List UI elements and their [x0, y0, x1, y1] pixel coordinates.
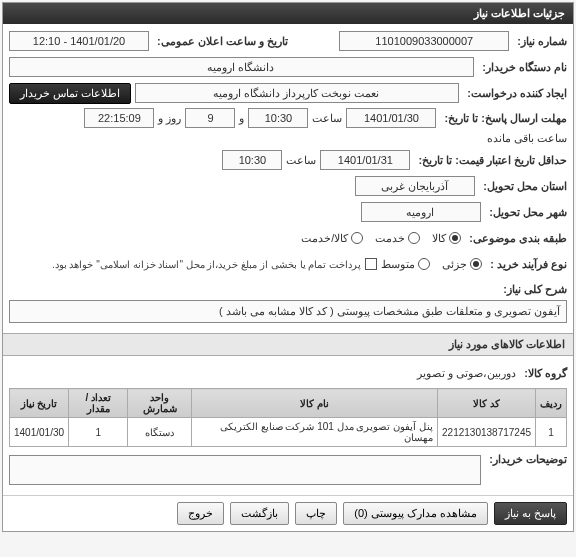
td-row: 1 — [536, 418, 567, 447]
announce-value: 1401/01/20 - 12:10 — [9, 31, 149, 51]
td-unit: دستگاه — [128, 418, 192, 447]
buyer-notes-box — [9, 455, 481, 485]
requester-value: نعمت نوبخت کارپرداز دانشگاه ارومیه — [135, 83, 459, 103]
td-qty: 1 — [69, 418, 128, 447]
radio-goods[interactable]: کالا — [432, 232, 461, 245]
items-table: ردیف کد کالا نام کالا واحد شمارش تعداد /… — [9, 388, 567, 447]
radio-service[interactable]: خدمت — [375, 232, 420, 245]
radio-both[interactable]: کالا/خدمت — [301, 232, 363, 245]
subject-class-label: طبقه بندی موضوعی: — [465, 232, 567, 245]
main-form: شماره نیاز: 1101009033000007 تاریخ و ساع… — [3, 24, 573, 333]
deadline-date: 1401/01/30 — [346, 108, 436, 128]
need-details-panel: جزئیات اطلاعات نیاز شماره نیاز: 11010090… — [2, 2, 574, 532]
need-no-label: شماره نیاز: — [513, 35, 567, 48]
buyer-notes-label: توضیحات خریدار: — [485, 453, 567, 466]
print-button[interactable]: چاپ — [295, 502, 337, 525]
and-label: و — [239, 112, 244, 125]
announce-label: تاریخ و ساعت اعلان عمومی: — [153, 35, 288, 48]
radio-minor[interactable]: جزئی — [442, 258, 482, 271]
footer-buttons: پاسخ به نیاز مشاهده مدارک پیوستی (0) چاپ… — [3, 495, 573, 531]
panel-title: جزئیات اطلاعات نیاز — [3, 3, 573, 24]
need-no-value: 1101009033000007 — [339, 31, 509, 51]
treasury-note: پرداخت تمام یا بخشی از مبلغ خرید،از محل … — [52, 259, 361, 270]
reply-button[interactable]: پاسخ به نیاز — [494, 502, 567, 525]
table-header-row: ردیف کد کالا نام کالا واحد شمارش تعداد /… — [10, 389, 567, 418]
buyer-contact-button[interactable]: اطلاعات تماس خریدار — [9, 83, 131, 104]
treasury-checkbox[interactable] — [365, 258, 377, 270]
th-name: نام کالا — [192, 389, 438, 418]
th-unit: واحد شمارش — [128, 389, 192, 418]
table-row: 1 2212130138717245 پنل آیفون تصویری مدل … — [10, 418, 567, 447]
days-word: روز و — [158, 112, 181, 125]
group-label: گروه کالا: — [520, 367, 567, 380]
proc-type-radios: جزئی متوسط — [381, 258, 482, 271]
attachments-button[interactable]: مشاهده مدارک پیوستی (0) — [343, 502, 488, 525]
buyer-org-value: دانشگاه ارومیه — [9, 57, 474, 77]
group-value: دوربین،صوتی و تصویر — [417, 367, 516, 380]
proc-type-label: نوع فرآیند خرید : — [486, 258, 567, 271]
subject-class-radios: کالا خدمت کالا/خدمت — [301, 232, 461, 245]
price-valid-label: حداقل تاریخ اعتبار قیمت: تا تاریخ: — [414, 154, 567, 167]
th-qty: تعداد / مقدار — [69, 389, 128, 418]
th-date: تاریخ نیاز — [10, 389, 69, 418]
td-date: 1401/01/30 — [10, 418, 69, 447]
city-label: شهر محل تحویل: — [485, 206, 567, 219]
time-label-2: ساعت — [286, 154, 316, 167]
city-value: ارومیه — [361, 202, 481, 222]
province-value: آذربایجان غربی — [355, 176, 475, 196]
countdown-suffix: ساعت باقی مانده — [487, 132, 567, 145]
deadline-time: 10:30 — [248, 108, 308, 128]
price-valid-time: 10:30 — [222, 150, 282, 170]
desc-label: شرح کلی نیاز: — [499, 283, 567, 296]
items-section-body: گروه کالا: دوربین،صوتی و تصویر ردیف کد ک… — [3, 356, 573, 495]
price-valid-date: 1401/01/31 — [320, 150, 410, 170]
deadline-label: مهلت ارسال پاسخ: تا تاریخ: — [440, 112, 567, 125]
th-row: ردیف — [536, 389, 567, 418]
radio-medium[interactable]: متوسط — [381, 258, 430, 271]
exit-button[interactable]: خروج — [177, 502, 224, 525]
time-label-1: ساعت — [312, 112, 342, 125]
requester-label: ایجاد کننده درخواست: — [463, 87, 567, 100]
items-section-title: اطلاعات کالاهای مورد نیاز — [3, 333, 573, 356]
td-name: پنل آیفون تصویری مدل 101 شرکت صنایع الکت… — [192, 418, 438, 447]
province-label: استان محل تحویل: — [479, 180, 567, 193]
buyer-org-label: نام دستگاه خریدار: — [478, 61, 567, 74]
countdown-value: 22:15:09 — [84, 108, 154, 128]
td-code: 2212130138717245 — [438, 418, 536, 447]
days-remaining: 9 — [185, 108, 235, 128]
need-description: آیفون تصویری و متعلقات طبق مشخصات پیوستی… — [9, 300, 567, 323]
th-code: کد کالا — [438, 389, 536, 418]
back-button[interactable]: بازگشت — [230, 502, 289, 525]
